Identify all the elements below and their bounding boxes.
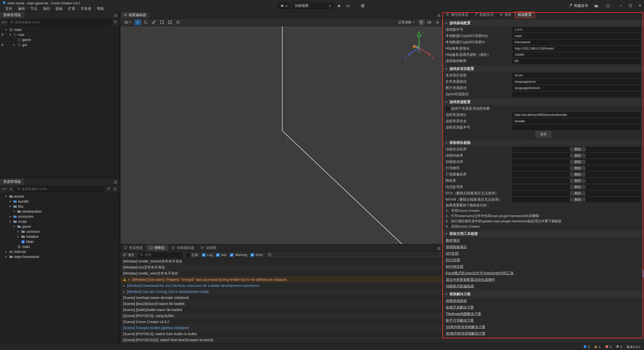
console-log-row[interactable]: [Window] Download the Vue Devtools exten… bbox=[120, 283, 443, 289]
scene-settings-gear-icon[interactable] bbox=[434, 19, 441, 25]
section-header[interactable]: 游戏资源配置 bbox=[443, 99, 644, 105]
inspector-tab[interactable]: 框架配置 bbox=[515, 12, 535, 18]
filter-log-checkbox[interactable]: Log bbox=[202, 253, 213, 257]
tree-node[interactable]: oops-framework bbox=[0, 254, 119, 259]
doc-link[interactable]: 全栈开发解决方案 bbox=[446, 304, 474, 311]
arrow-right-icon[interactable] bbox=[9, 215, 12, 218]
filter-error-checkbox[interactable]: Error bbox=[251, 253, 263, 257]
assets-panel-tab[interactable]: 资源管理器 bbox=[0, 178, 24, 185]
doc-link[interactable]: 原生包热更新配置自动生成插件 bbox=[446, 276, 495, 283]
tree-node[interactable]: game bbox=[0, 224, 119, 229]
section-header[interactable]: 游戏多语言配置 bbox=[443, 66, 644, 72]
console-tab[interactable]: 动画图 bbox=[197, 245, 220, 251]
delete-module-button[interactable]: 删除 bbox=[570, 198, 585, 202]
layout-button[interactable] bbox=[359, 3, 366, 9]
doc-link[interactable]: API文档 bbox=[446, 250, 459, 257]
snap-tool-button[interactable] bbox=[175, 19, 181, 25]
field-input[interactable] bbox=[512, 92, 640, 97]
console-log-row[interactable]: [Scene] Cocos Creator v3.8.2 bbox=[120, 319, 443, 325]
menu-item[interactable]: 开发者 bbox=[78, 6, 94, 12]
delete-module-button[interactable]: 删除 bbox=[570, 147, 585, 151]
scrollbar-thumb[interactable] bbox=[642, 270, 644, 277]
assets-search-field[interactable] bbox=[22, 187, 102, 191]
panel-menu-icon[interactable] bbox=[114, 180, 117, 184]
play-button[interactable] bbox=[336, 3, 343, 9]
maximize-button[interactable] bbox=[629, 4, 632, 8]
panel-menu-icon[interactable] bbox=[437, 14, 440, 18]
projection-3d-button[interactable]: 3D bbox=[123, 19, 133, 25]
tree-node[interactable]: libs bbox=[0, 204, 119, 209]
doc-link[interactable]: 3D角色扮演游戏解决方案 bbox=[446, 330, 486, 337]
inspector-tab[interactable]: 服务 bbox=[497, 12, 515, 18]
console-log-row[interactable]: [Scene] [bullet]:bullet wasm lib loaded. bbox=[120, 307, 443, 313]
menu-item[interactable]: 节点 bbox=[28, 6, 40, 12]
regex-checkbox[interactable]: 正则 bbox=[186, 253, 198, 257]
console-log-row[interactable]: [Scene] [box2d]:box2d wasm lib loaded. bbox=[120, 301, 443, 307]
delete-module-button[interactable]: 删除 bbox=[570, 166, 585, 170]
delete-module-button[interactable]: 删除 bbox=[570, 154, 585, 158]
anchor-tool-button[interactable] bbox=[167, 19, 173, 25]
console-search-field[interactable] bbox=[145, 253, 180, 257]
status-info-badge[interactable]: i 3 bbox=[583, 345, 590, 349]
delete-module-button[interactable]: 删除 bbox=[570, 160, 585, 164]
arrow-down-icon[interactable] bbox=[9, 34, 12, 36]
arrow-down-icon[interactable] bbox=[5, 29, 8, 31]
doc-link[interactable]: 游戏模板项目 bbox=[446, 244, 467, 250]
sort-assets-icon[interactable] bbox=[8, 186, 14, 192]
doc-link[interactable]: 教程项目 bbox=[446, 237, 460, 244]
console-log-row[interactable]: [Scene] Forward render pipeline initiali… bbox=[120, 325, 443, 331]
field-input[interactable] bbox=[512, 79, 640, 84]
tree-node[interactable]: assets bbox=[0, 194, 119, 199]
panel-menu-icon[interactable] bbox=[437, 247, 440, 251]
console-log-row[interactable]: [Window] You are running Vue in developm… bbox=[120, 289, 443, 295]
delete-module-button[interactable]: 删除 bbox=[570, 185, 585, 189]
filter-warning-checkbox[interactable]: Warning bbox=[230, 253, 247, 257]
hierarchy-panel-tab[interactable]: 层级管理器 bbox=[0, 12, 24, 18]
scene-editor-tab[interactable]: 场景编辑器 bbox=[120, 12, 149, 18]
tree-node[interactable]: root bbox=[0, 32, 119, 37]
menu-item[interactable]: 项目 bbox=[40, 6, 53, 12]
rotate-tool-button[interactable] bbox=[142, 19, 149, 25]
console-log-row[interactable]: [Window] render_texture文件夹不存在 bbox=[120, 258, 443, 265]
camera-preview-button[interactable] bbox=[426, 19, 433, 25]
tree-node[interactable]: TSMain bbox=[0, 239, 119, 244]
field-input[interactable] bbox=[512, 27, 640, 32]
console-log-row[interactable]: [Scene] [PHYSICS]: switch from builtin t… bbox=[120, 331, 443, 337]
arrow-down-icon[interactable] bbox=[13, 226, 16, 228]
field-input[interactable] bbox=[512, 73, 640, 78]
console-search-input[interactable] bbox=[138, 252, 182, 257]
console-tab[interactable]: 动画编辑器 bbox=[168, 245, 197, 251]
filter-icon[interactable] bbox=[106, 186, 111, 192]
arrow-down-icon[interactable] bbox=[9, 205, 12, 208]
preview-target-button[interactable] bbox=[278, 3, 290, 9]
field-input[interactable] bbox=[512, 112, 640, 117]
tree-node[interactable]: game bbox=[0, 37, 119, 42]
menu-item[interactable]: 帮助 bbox=[94, 6, 107, 12]
arrow-right-icon[interactable] bbox=[5, 256, 8, 258]
rect-tool-button[interactable] bbox=[158, 19, 165, 25]
arrow-right-icon[interactable] bbox=[13, 44, 16, 46]
tree-node[interactable]: seedrandom bbox=[0, 209, 119, 214]
field-input[interactable] bbox=[512, 59, 640, 64]
tree-node[interactable]: main bbox=[0, 27, 119, 32]
view-mode-select[interactable]: 正常浏览 bbox=[396, 20, 417, 25]
step-button[interactable] bbox=[345, 3, 352, 9]
move-tool-button[interactable] bbox=[134, 19, 141, 25]
console-log-row[interactable]: [Scene] [PHYSICS]: using builtin. bbox=[120, 313, 443, 319]
status-warning-badge[interactable]: 1 bbox=[594, 345, 600, 349]
console-log-row[interactable]: [Scene] [PHYSICS2D]: switch from box2d-w… bbox=[120, 337, 443, 343]
status-notification-badge[interactable]: 0 bbox=[616, 345, 622, 349]
tree-node[interactable]: common bbox=[0, 229, 119, 234]
arrow-right-icon[interactable] bbox=[9, 200, 12, 203]
delete-module-button[interactable]: 删除 bbox=[570, 179, 585, 183]
arrow-down-icon[interactable] bbox=[5, 195, 8, 198]
refresh-icon[interactable] bbox=[112, 186, 118, 192]
help-button[interactable]: ? bbox=[604, 3, 611, 9]
console-log-row[interactable]: [Window] [Vue warn]: Property "onInput" … bbox=[120, 277, 443, 283]
create-asset-button[interactable]: + bbox=[2, 186, 7, 192]
inspector-tab[interactable]: 构建发布 bbox=[471, 12, 497, 18]
doc-link[interactable]: 动画状态机编辑器 bbox=[446, 283, 474, 289]
assets-search-input[interactable] bbox=[15, 186, 104, 192]
section-header[interactable]: 框架解决方案 bbox=[443, 291, 644, 297]
field-input[interactable] bbox=[512, 85, 640, 91]
